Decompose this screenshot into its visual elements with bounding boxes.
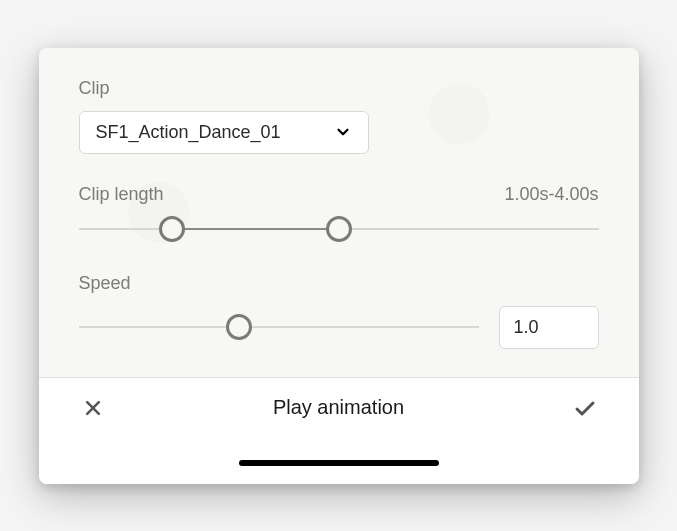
clip-selected-value: SF1_Action_Dance_01	[96, 122, 281, 143]
clip-length-slider[interactable]	[79, 215, 599, 243]
chevron-down-icon	[334, 123, 352, 141]
animation-panel: Clip SF1_Action_Dance_01 Clip length 1.0…	[39, 48, 639, 484]
speed-input[interactable]	[499, 306, 599, 349]
home-indicator[interactable]	[239, 460, 439, 466]
speed-row	[79, 306, 599, 349]
clip-length-thumb-min[interactable]	[159, 216, 185, 242]
panel-body: Clip SF1_Action_Dance_01 Clip length 1.0…	[39, 48, 639, 377]
speed-thumb[interactable]	[226, 314, 252, 340]
clip-length-range-text: 1.00s-4.00s	[504, 184, 598, 205]
clip-dropdown[interactable]: SF1_Action_Dance_01	[79, 111, 369, 154]
clip-length-label: Clip length	[79, 184, 164, 205]
clip-length-row: Clip length 1.00s-4.00s	[79, 184, 599, 205]
slider-track-active	[172, 228, 338, 230]
clip-label: Clip	[79, 78, 599, 99]
footer-title: Play animation	[273, 396, 404, 419]
speed-slider[interactable]	[79, 313, 479, 341]
clip-length-thumb-max[interactable]	[326, 216, 352, 242]
confirm-button[interactable]	[571, 394, 599, 422]
speed-label: Speed	[79, 273, 599, 294]
slider-track-line	[79, 326, 479, 328]
home-indicator-area	[39, 438, 639, 484]
close-button[interactable]	[79, 394, 107, 422]
panel-footer: Play animation	[39, 377, 639, 438]
